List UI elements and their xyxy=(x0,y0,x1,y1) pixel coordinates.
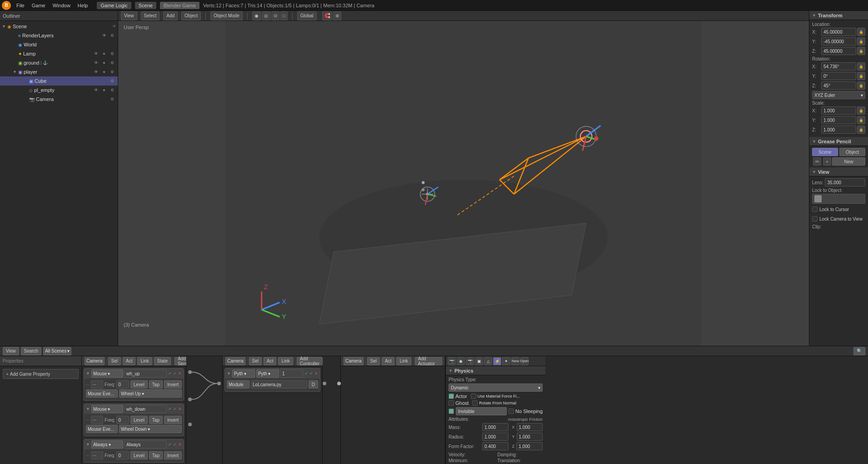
snap-btn[interactable]: 🧲 xyxy=(322,11,332,20)
no-sleeping-cb[interactable] xyxy=(509,409,514,414)
menu-game[interactable]: Game xyxy=(28,0,49,10)
pl-empty-icon3[interactable]: ⚙ xyxy=(109,86,116,94)
mode-select[interactable]: Object Mode xyxy=(210,11,243,20)
level-btn-1[interactable]: Level xyxy=(130,380,148,388)
controllers-link-btn[interactable]: Link xyxy=(278,357,293,365)
select-menu-btn[interactable]: Select xyxy=(141,11,160,20)
player-vis[interactable]: 👁 xyxy=(92,68,100,76)
phys-icon-camera[interactable]: 📷 xyxy=(448,357,456,365)
actuators-obj-select[interactable]: Camera xyxy=(344,357,364,365)
sensors-sel-btn[interactable]: Sel xyxy=(108,357,121,365)
d-flag-btn[interactable]: D xyxy=(309,380,318,388)
pl-empty-icon2[interactable]: ● xyxy=(100,86,108,94)
ctrl-type-1[interactable]: Pyth ▾ xyxy=(232,369,255,378)
controllers-act-btn[interactable]: Act xyxy=(264,357,276,365)
invert-btn-3[interactable]: Invert xyxy=(164,451,182,459)
freq-val-3[interactable]: 0 xyxy=(116,451,129,459)
viewport-shading3[interactable]: ⊙ xyxy=(271,11,279,20)
ctrl-subtype-1[interactable]: Pyth ▾ xyxy=(256,369,279,378)
rotation-mode-select[interactable]: XYZ Euler ▾ xyxy=(812,91,865,99)
scene-btn[interactable]: Scene xyxy=(812,148,838,156)
view-tab-btn[interactable]: View xyxy=(3,347,19,355)
controllers-sel-btn[interactable]: Sel xyxy=(249,357,262,365)
sensor-type-select-2[interactable]: Mouse ▾ xyxy=(91,405,123,413)
viewport-shading4[interactable]: □ xyxy=(280,11,288,20)
object-btn[interactable]: Object xyxy=(839,148,865,156)
sensor-check-2[interactable]: ✓ xyxy=(168,407,172,411)
location-y-input[interactable]: -45.00000 xyxy=(821,37,856,45)
menu-help[interactable]: Help xyxy=(74,0,92,10)
tree-item-camera[interactable]: 📷 Camera ⚙ xyxy=(0,95,118,104)
ctrl-expand[interactable]: ▼ xyxy=(227,371,231,376)
search-tab-btn[interactable]: Search xyxy=(21,347,42,355)
scale-y-input[interactable]: 1.000 xyxy=(821,116,856,124)
view-section-header[interactable]: ▼ View xyxy=(809,167,868,177)
lamp-icon3[interactable]: ⚙ xyxy=(109,50,116,57)
sensor-dots-btn-3[interactable]: ··· xyxy=(91,451,104,459)
location-z-lock[interactable]: 🔒 xyxy=(857,47,865,55)
mass-input[interactable]: 1.000 xyxy=(482,423,509,431)
tree-item-scene[interactable]: ▼ ◉ Scene 👁 xyxy=(0,22,118,31)
player-icon2[interactable]: ● xyxy=(100,68,108,76)
tap-btn-2[interactable]: Tap xyxy=(149,416,163,424)
rotation-z-input[interactable]: 45° xyxy=(821,81,856,90)
tap-btn-3[interactable]: Tap xyxy=(149,451,163,459)
ctrl-count[interactable]: 1 xyxy=(280,369,303,378)
sensor-wh-down-expand[interactable]: ▼ xyxy=(86,407,90,411)
phys-icon-new[interactable]: New xyxy=(511,357,519,365)
proportional-btn[interactable]: ⊚ xyxy=(333,11,341,20)
renderlayers-vis[interactable]: 👁 xyxy=(100,32,108,39)
sensor-always-expand[interactable]: ▼ xyxy=(86,442,90,447)
phys-icon-world[interactable]: ◉ xyxy=(457,357,465,365)
radius-input[interactable]: 1.000 xyxy=(482,433,509,441)
cube-icon[interactable]: ⚙ xyxy=(109,77,116,85)
freq-val-2[interactable]: 0 xyxy=(116,416,129,424)
grease-pencil-header[interactable]: ▼ Grease Pencil xyxy=(809,137,868,146)
search-icon-btn[interactable]: 🔍 xyxy=(853,347,865,355)
scale-z-input[interactable]: 1.000 xyxy=(821,126,856,134)
phys-icon-particles[interactable]: ✦ xyxy=(502,357,510,365)
ghost-cb[interactable] xyxy=(449,400,454,406)
rotation-z-lock[interactable]: 🔒 xyxy=(857,81,865,90)
invert-btn-1[interactable]: Invert xyxy=(164,380,182,388)
phys-icon-object[interactable]: ▣ xyxy=(475,357,483,365)
sensor-name-3[interactable]: Always xyxy=(125,440,167,449)
all-scenes-select[interactable]: All Scenes ▾ xyxy=(43,347,71,355)
rotation-x-input[interactable]: 54.736° xyxy=(821,62,856,71)
phys-icon-open[interactable]: Open xyxy=(520,357,529,365)
sensors-act-btn[interactable]: Act xyxy=(123,357,135,365)
sensor-check-3[interactable]: ✓ xyxy=(168,442,172,447)
ctrl-x[interactable]: ✕ xyxy=(314,371,318,376)
invisible-cb[interactable] xyxy=(449,409,454,414)
sensor-name-1[interactable]: wh_up xyxy=(125,369,167,378)
camera-vis[interactable]: ⚙ xyxy=(109,96,116,103)
sensor-name-2[interactable]: wh_down xyxy=(125,405,167,413)
lens-input[interactable]: 35.000 xyxy=(825,178,865,187)
location-z-input[interactable]: 45.00000 xyxy=(821,47,856,55)
module-input[interactable]: LoLcamera.py xyxy=(251,380,307,388)
engine-select[interactable]: Blender Game xyxy=(160,2,200,9)
tree-item-world[interactable]: ◉ World xyxy=(0,40,118,49)
tree-item-ground[interactable]: ▣ ground | ⚓ 👁 ● ⚙ xyxy=(0,58,118,67)
rotation-x-lock[interactable]: 🔒 xyxy=(857,62,865,71)
actuators-link-btn[interactable]: Link xyxy=(396,357,411,365)
add-menu-btn[interactable]: Add xyxy=(163,11,178,20)
tree-item-pl-empty[interactable]: ◇ pl_empty 👁 ● ⚙ xyxy=(0,86,118,95)
viewport-shading[interactable]: ◉ xyxy=(252,11,261,20)
sensor-x-1[interactable]: ✕ xyxy=(178,371,182,376)
renderlayers-icon2[interactable]: ⚙ xyxy=(109,32,116,39)
phys-icon-physics[interactable]: ⚡ xyxy=(493,357,501,365)
lamp-icon2[interactable]: ● xyxy=(100,50,108,57)
player-icon3[interactable]: ⚙ xyxy=(109,68,116,76)
rotation-y-lock[interactable]: 🔒 xyxy=(857,72,865,80)
actor-checkbox[interactable]: Actor xyxy=(449,393,467,399)
invisible-select[interactable]: Invisible xyxy=(456,407,507,415)
wheel-down-select[interactable]: Wheel Down ▾ xyxy=(119,425,182,433)
rotate-checkbox[interactable]: Rotate From Normal xyxy=(472,400,516,406)
tap-btn-1[interactable]: Tap xyxy=(149,380,163,388)
invert-btn-2[interactable]: Invert xyxy=(164,416,182,424)
phys-icon-render[interactable]: 📸 xyxy=(466,357,474,365)
tree-item-renderlayers[interactable]: ≡ RenderLayers 👁 ⚙ xyxy=(0,31,118,40)
phys-icon-mesh[interactable]: △ xyxy=(484,357,492,365)
tree-item-player[interactable]: ▼ ▣ player 👁 ● ⚙ xyxy=(0,67,118,76)
